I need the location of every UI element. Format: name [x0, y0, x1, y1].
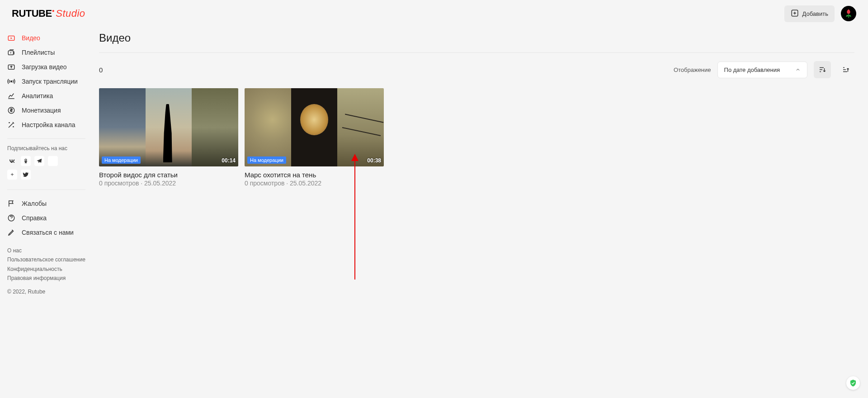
video-thumbnail: На модерации 00:14 [99, 88, 238, 166]
divider [7, 138, 85, 139]
social-ok[interactable] [21, 156, 31, 166]
social-row [0, 156, 93, 170]
sidebar-item-label: Монетизация [22, 107, 61, 114]
video-card[interactable]: На модерации 00:38 Марс охотится на тень… [245, 88, 384, 187]
twitter-icon [23, 171, 29, 178]
plus-icon: + [10, 171, 14, 178]
logo[interactable]: RUTUBE ● Studio [12, 8, 85, 19]
video-date: 25.05.2022 [144, 180, 176, 187]
add-button-label: Добавить [802, 10, 828, 17]
moderation-badge: На модерации [102, 156, 141, 164]
divider [7, 190, 85, 190]
video-views: 0 просмотров [245, 180, 284, 187]
social-blank[interactable] [48, 156, 58, 166]
video-count: 0 [99, 66, 103, 74]
sort-asc-icon [842, 66, 850, 74]
footer-links: О нас Пользовательское соглашение Конфид… [0, 246, 93, 283]
video-meta: 0 просмотров · 25.05.2022 [99, 180, 238, 187]
sidebar-item-label: Справка [22, 214, 47, 222]
sidebar-item-stream[interactable]: Запуск трансляции [0, 74, 93, 89]
footer-link-privacy[interactable]: Конфиденциальность [7, 265, 85, 274]
logo-rutube: RUTUBE [12, 8, 52, 19]
video-date: 25.05.2022 [290, 180, 321, 187]
sidebar-item-upload[interactable]: Загрузка видео [0, 60, 93, 74]
sort-select-label: По дате добавления [724, 66, 780, 73]
display-label: Отображение [674, 66, 711, 73]
video-title: Второй видос для статьи [99, 171, 238, 179]
video-card[interactable]: На модерации 00:14 Второй видос для стат… [99, 88, 238, 187]
meta-dot: · [286, 180, 288, 187]
video-meta: 0 просмотров · 25.05.2022 [245, 180, 384, 187]
svg-point-6 [25, 159, 27, 161]
follow-label: Подписывайтесь на нас [0, 145, 93, 156]
topbar: RUTUBE ● Studio Добавить [0, 0, 868, 27]
video-views: 0 просмотров [99, 180, 139, 187]
video-icon [7, 34, 15, 42]
top-right: Добавить [784, 5, 856, 22]
meta-dot: · [141, 180, 142, 187]
social-vk[interactable] [7, 156, 17, 166]
sidebar-item-label: Запуск трансляции [22, 78, 78, 85]
monetization-icon [7, 106, 15, 114]
flag-icon [7, 199, 15, 208]
sort-desc-icon [818, 66, 826, 74]
sidebar-item-label: Плейлисты [22, 49, 55, 56]
video-title: Марс охотится на тень [245, 171, 384, 179]
footer-link-about[interactable]: О нас [7, 246, 85, 255]
vk-icon [9, 157, 16, 165]
sidebar-item-playlists[interactable]: Плейлисты [0, 45, 93, 60]
pen-icon [7, 228, 15, 237]
sidebar-item-label: Аналитика [22, 92, 53, 100]
video-duration: 00:14 [222, 157, 236, 164]
moderation-badge: На модерации [247, 156, 286, 164]
sidebar-item-label: Видео [22, 34, 40, 42]
social-row-2: + [0, 170, 93, 183]
sidebar: Видео Плейлисты Загрузка видео Запуск тр… [0, 27, 93, 300]
sort-asc-button[interactable] [837, 61, 854, 78]
sidebar-item-contact[interactable]: Связаться с нами [0, 225, 93, 240]
sidebar-item-monetization[interactable]: Монетизация [0, 103, 93, 118]
main-content: Видео 0 Отображение По дате добавления Н [93, 27, 868, 300]
page-title: Видео [99, 32, 854, 53]
social-plus[interactable]: + [7, 170, 17, 180]
playlist-icon [7, 48, 15, 57]
tulip-icon [844, 9, 854, 19]
telegram-icon [36, 158, 42, 164]
plus-square-icon [791, 9, 799, 19]
footer-link-terms[interactable]: Пользовательское соглашение [7, 255, 85, 264]
sidebar-item-analytics[interactable]: Аналитика [0, 89, 93, 103]
toolbar: 0 Отображение По дате добавления [99, 53, 854, 88]
logo-studio: Studio [56, 8, 85, 19]
logo-dot: ● [52, 8, 55, 13]
analytics-icon [7, 92, 15, 100]
copyright: © 2022, Rutube [0, 283, 93, 300]
chevron-up-icon [795, 67, 801, 72]
video-thumbnail: На модерации 00:38 [245, 88, 384, 166]
social-telegram[interactable] [34, 156, 44, 166]
sidebar-item-label: Загрузка видео [22, 63, 67, 71]
video-grid: На модерации 00:14 Второй видос для стат… [99, 88, 854, 187]
broadcast-icon [7, 77, 15, 85]
sidebar-item-settings[interactable]: Настройка канала [0, 118, 93, 132]
sidebar-item-label: Жалобы [22, 200, 47, 207]
footer-link-legal[interactable]: Правовая информация [7, 274, 85, 283]
ok-icon [23, 158, 28, 164]
add-button[interactable]: Добавить [784, 5, 835, 22]
sidebar-item-video[interactable]: Видео [0, 31, 93, 45]
sidebar-item-help[interactable]: Справка [0, 211, 93, 225]
video-duration: 00:38 [367, 157, 381, 164]
sidebar-item-label: Связаться с нами [22, 229, 74, 236]
wand-icon [7, 121, 15, 129]
sort-select[interactable]: По дате добавления [717, 62, 807, 78]
svg-point-4 [11, 81, 12, 82]
sort-desc-button[interactable] [814, 61, 831, 78]
help-icon [7, 214, 15, 222]
sidebar-item-complaints[interactable]: Жалобы [0, 196, 93, 211]
social-twitter[interactable] [21, 170, 31, 180]
sidebar-item-label: Настройка канала [22, 121, 75, 128]
upload-icon [7, 63, 15, 71]
avatar[interactable] [841, 6, 856, 21]
